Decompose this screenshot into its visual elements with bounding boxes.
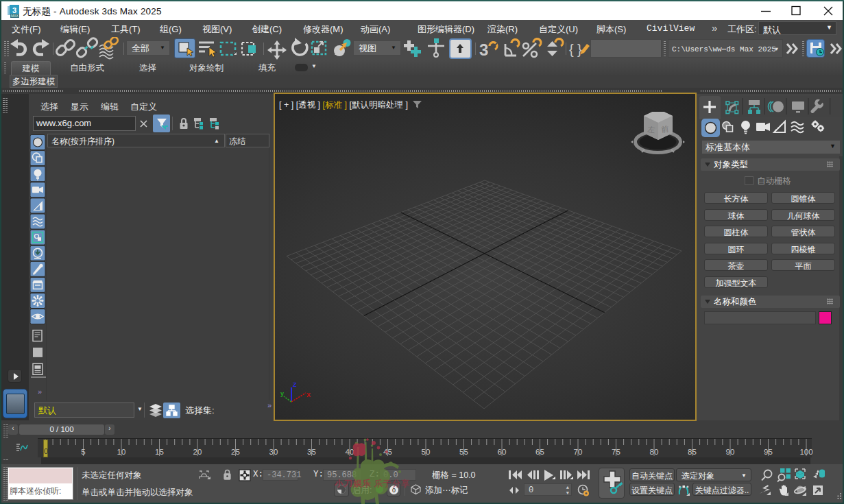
svg-text:5: 5 xyxy=(81,448,85,456)
svg-text:70: 70 xyxy=(574,448,583,456)
svg-text:55: 55 xyxy=(459,448,468,456)
svg-text:3: 3 xyxy=(12,6,16,14)
svg-text:35: 35 xyxy=(307,448,316,456)
svg-text:}: } xyxy=(577,42,582,57)
svg-text:Z: Z xyxy=(293,381,297,388)
svg-text:80: 80 xyxy=(650,448,659,456)
svg-text:25: 25 xyxy=(231,448,240,456)
svg-text:95: 95 xyxy=(764,448,773,456)
svg-text:MAX: MAX xyxy=(11,14,19,18)
svg-text:50: 50 xyxy=(422,448,431,456)
svg-text:乐于分享: 乐于分享 xyxy=(374,479,410,488)
svg-text:75: 75 xyxy=(612,448,620,456)
svg-text:{: { xyxy=(569,42,574,57)
svg-text:90: 90 xyxy=(726,448,735,456)
svg-text:3: 3 xyxy=(479,40,488,59)
svg-text:10: 10 xyxy=(117,448,126,456)
svg-text:小刀娱乐: 小刀娱乐 xyxy=(334,479,372,488)
svg-text:65: 65 xyxy=(535,448,544,456)
svg-text:60: 60 xyxy=(498,448,507,456)
svg-text:100: 100 xyxy=(799,448,812,456)
svg-text:X: X xyxy=(306,392,311,398)
svg-text:15: 15 xyxy=(155,448,164,456)
svg-text:20: 20 xyxy=(193,448,202,456)
svg-text:y: y xyxy=(280,390,284,397)
svg-text:左: 左 xyxy=(647,125,656,134)
svg-text:30: 30 xyxy=(269,448,278,456)
svg-text:85: 85 xyxy=(688,448,697,456)
svg-text:前: 前 xyxy=(660,125,670,134)
